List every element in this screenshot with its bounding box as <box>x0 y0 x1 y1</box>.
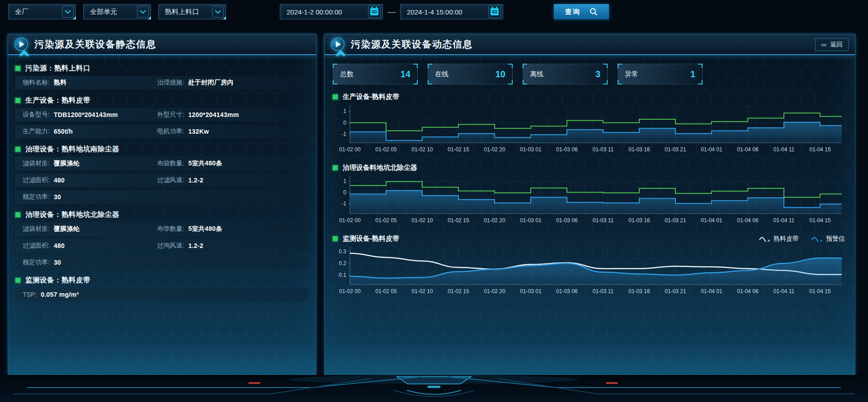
search-icon <box>590 8 598 16</box>
svg-text:01-02 00: 01-02 00 <box>339 146 361 153</box>
stat-abnormal: 异常 1 <box>618 64 703 84</box>
svg-text:01-04 01: 01-04 01 <box>701 217 722 224</box>
svg-text:-1: -1 <box>341 131 346 137</box>
info-cell: 物料名称:熟料 <box>23 79 157 87</box>
select-unit[interactable]: 全部单元 <box>83 4 151 19</box>
wavy-line-icon <box>759 236 770 242</box>
svg-text:01-03 16: 01-03 16 <box>628 288 650 294</box>
footer-decoration-graphic <box>0 375 868 402</box>
info-cell: 治理措施:处于封闭厂房内 <box>157 79 309 87</box>
info-label: 物料名称: <box>23 79 50 87</box>
calendar-icon[interactable] <box>368 5 381 18</box>
info-label: 额定功率: <box>23 193 50 201</box>
svg-text:01-03 01: 01-03 01 <box>520 146 542 153</box>
end-date-value: 2024-1-4 15:00:00 <box>407 8 462 16</box>
svg-text:01-04 11: 01-04 11 <box>774 288 795 294</box>
legend-item[interactable]: 预警信 <box>811 235 845 243</box>
info-value: 30 <box>54 259 61 266</box>
info-row: 过滤面积:480过鸿风速:1.2-2 <box>15 239 309 252</box>
end-date-input[interactable]: 2024-1-4 15:00:00 <box>400 4 503 19</box>
chart-title-row: 生产设备-熟料皮带 <box>333 91 847 103</box>
chart-title: 监测设备-熟料皮带 <box>343 234 399 243</box>
svg-text:01-04 11: 01-04 11 <box>774 217 795 224</box>
select-pollution-source-value: 熟料上料口 <box>165 8 199 16</box>
green-square-icon <box>15 212 20 217</box>
search-button[interactable]: 查询 <box>554 4 609 19</box>
info-value: 处于封闭厂房内 <box>188 79 233 87</box>
section-title: 生产设备：熟料皮带 <box>25 96 90 105</box>
svg-text:01-02 10: 01-02 10 <box>411 217 433 224</box>
svg-text:01-04 06: 01-04 06 <box>737 288 759 294</box>
info-cell: 过滤风速:1.2-2 <box>157 176 309 184</box>
dynamic-info-title: 污染源及关联设备动态信息 <box>351 38 473 51</box>
select-plant[interactable]: 全厂 <box>8 4 76 19</box>
info-label: 过鸿风速: <box>157 242 184 250</box>
section-title: 治理设备：熟料地坑北除尘器 <box>25 210 119 220</box>
svg-text:01-02 10: 01-02 10 <box>411 288 433 294</box>
section-header: 治理设备：熟料地坑南除尘器 <box>15 141 309 157</box>
svg-text:01-03 11: 01-03 11 <box>593 146 614 153</box>
wavy-line-icon <box>811 236 822 242</box>
svg-text:01-02 05: 01-02 05 <box>375 217 397 224</box>
info-value: 480 <box>54 177 65 184</box>
info-value: 0.057 mg/m³ <box>41 291 79 298</box>
date-range: 2024-1-2 00:00:00 — 2024-1-4 15:00:00 <box>280 4 503 19</box>
stat-total-value: 14 <box>401 69 410 79</box>
chart-canvas: 10-101-02 0001-02 0501-02 1001-02 1501-0… <box>333 103 844 157</box>
select-plant-value: 全厂 <box>15 8 28 16</box>
legend-label: 熟料皮带 <box>774 235 799 243</box>
chart-canvas: 10-101-02 0001-02 0501-02 1001-02 1501-0… <box>333 174 844 228</box>
svg-text:01-03 06: 01-03 06 <box>556 288 578 294</box>
section-title: 污染源：熟料上料口 <box>25 64 90 73</box>
info-label: 布袋数量: <box>157 159 184 168</box>
back-button[interactable]: << 返回 <box>815 38 849 51</box>
stat-total: 总数 14 <box>333 64 418 84</box>
info-value: 650t/h <box>54 128 73 135</box>
play-icon <box>14 37 28 51</box>
info-value: 132Kw <box>188 128 209 135</box>
info-value: 1.2-2 <box>188 242 203 249</box>
static-info-header: 污染源及关联设备静态信息 <box>8 34 316 55</box>
svg-text:0: 0 <box>343 189 346 196</box>
select-unit-value: 全部单元 <box>90 8 117 16</box>
info-label: 设备型号: <box>23 111 50 119</box>
chart-title-row: 监测设备-熟料皮带熟料皮带预警信 <box>333 233 847 245</box>
svg-text:0.1: 0.1 <box>339 272 346 278</box>
legend-label: 预警信 <box>826 235 845 243</box>
info-cell: 布华数量:5室共480条 <box>157 225 309 233</box>
svg-text:01-02 20: 01-02 20 <box>484 288 505 294</box>
svg-text:01-02 20: 01-02 20 <box>484 146 505 153</box>
info-cell: 过滤面积:480 <box>23 242 157 250</box>
info-label: 外型尺寸: <box>157 111 184 119</box>
green-square-icon <box>15 98 20 103</box>
select-pollution-source[interactable]: 熟料上料口 <box>158 4 226 19</box>
green-square-icon <box>15 147 20 152</box>
svg-text:0.3: 0.3 <box>339 248 346 255</box>
legend-item[interactable]: 熟料皮带 <box>759 235 799 243</box>
svg-text:01-03 11: 01-03 11 <box>593 288 614 294</box>
info-value: 5室共480条 <box>188 225 222 233</box>
svg-text:01-04 01: 01-04 01 <box>701 146 722 153</box>
search-button-label: 查询 <box>565 8 580 16</box>
info-row: 过滤面积:480过滤风速:1.2-2 <box>15 173 309 187</box>
svg-text:01-03 21: 01-03 21 <box>665 146 686 153</box>
green-square-icon <box>15 66 20 71</box>
info-row: 额定功率:30 <box>15 190 309 204</box>
svg-text:01-03 01: 01-03 01 <box>520 288 542 294</box>
chevron-down-icon <box>137 6 149 18</box>
info-row: 滤袋材质:覆膜涤纶布华数量:5室共480条 <box>15 222 309 236</box>
svg-text:01-03 01: 01-03 01 <box>520 217 542 224</box>
svg-text:01-02 15: 01-02 15 <box>448 146 469 153</box>
start-date-input[interactable]: 2024-1-2 00:00:00 <box>280 4 383 19</box>
svg-text:01-02 00: 01-02 00 <box>339 288 361 294</box>
stat-online-label: 在线 <box>435 70 448 79</box>
calendar-icon[interactable] <box>488 5 501 18</box>
chart-legend: 熟料皮带预警信 <box>759 235 847 243</box>
svg-text:01-04 06: 01-04 06 <box>737 217 759 224</box>
info-value: 1200*204143mm <box>188 111 239 118</box>
info-value: 覆膜涤纶 <box>54 159 80 168</box>
start-date-value: 2024-1-2 00:00:00 <box>287 8 342 16</box>
svg-text:01-04 15: 01-04 15 <box>809 217 831 224</box>
section-header: 监测设备：熟料皮带 <box>15 272 309 288</box>
static-info-title: 污染源及关联设备静态信息 <box>34 38 156 51</box>
